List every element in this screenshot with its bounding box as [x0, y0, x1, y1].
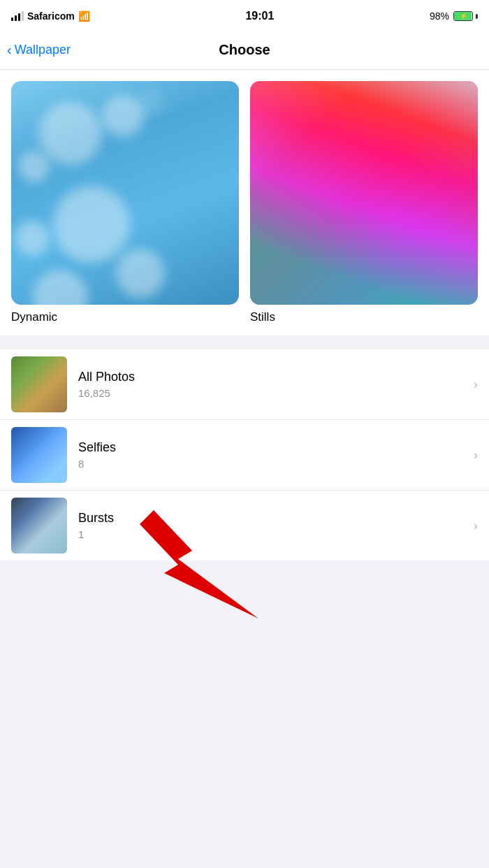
stills-wallpaper-thumb [250, 81, 478, 305]
section-divider [0, 335, 489, 349]
stills-label: Stills [250, 310, 478, 324]
signal-bar-1 [11, 17, 13, 21]
bursts-thumbnail [11, 498, 67, 554]
selfies-info: Selfies 8 [78, 440, 474, 470]
status-left: Safaricom 📶 [11, 10, 90, 22]
all-photos-count: 16,825 [78, 387, 474, 399]
chevron-right-icon-2: › [474, 448, 478, 463]
battery-icon: ⚡ [453, 11, 478, 21]
photo-list: All Photos 16,825 › Selfies 8 › Bursts 1 [0, 349, 489, 560]
back-button[interactable]: ‹ Wallpaper [7, 43, 71, 58]
status-bar: Safaricom 📶 19:01 98% ⚡ [0, 0, 489, 31]
signal-bars [11, 11, 24, 21]
selfies-thumbnail [11, 427, 67, 483]
album-bursts[interactable]: Bursts 1 › [0, 491, 489, 560]
selfies-count: 8 [78, 458, 474, 470]
all-photos-info: All Photos 16,825 [78, 370, 474, 399]
back-chevron-icon: ‹ [7, 42, 12, 58]
album-selfies[interactable]: Selfies 8 › [0, 420, 489, 491]
stills-wallpaper-item[interactable]: Stills [250, 81, 478, 324]
dynamic-wallpaper-thumb [11, 81, 239, 305]
chevron-right-icon: › [474, 377, 478, 392]
all-photos-name: All Photos [78, 370, 474, 384]
bursts-info: Bursts 1 [78, 511, 474, 540]
back-label: Wallpaper [15, 43, 71, 57]
wallpaper-grid: Dynamic Stills [11, 81, 478, 324]
signal-bar-2 [15, 15, 17, 21]
time-display: 19:01 [245, 10, 274, 22]
album-all-photos[interactable]: All Photos 16,825 › [0, 349, 489, 420]
dynamic-wallpaper-item[interactable]: Dynamic [11, 81, 239, 324]
carrier-label: Safaricom [27, 10, 75, 22]
nav-bar: ‹ Wallpaper Choose [0, 31, 489, 70]
signal-bar-3 [18, 13, 20, 21]
page-title: Choose [219, 42, 270, 58]
main-content: Dynamic Stills All Photos 16,8 [0, 70, 489, 868]
wifi-icon: 📶 [78, 10, 90, 22]
bursts-name: Bursts [78, 511, 474, 526]
selfies-name: Selfies [78, 440, 474, 455]
wallpaper-section: Dynamic Stills [0, 70, 489, 335]
all-photos-thumbnail [11, 356, 67, 412]
battery-percent: 98% [430, 10, 449, 22]
chevron-right-icon-3: › [474, 519, 478, 533]
signal-bar-4 [22, 11, 24, 21]
bursts-count: 1 [78, 528, 474, 540]
dynamic-label: Dynamic [11, 310, 239, 324]
status-right: 98% ⚡ [430, 10, 478, 22]
